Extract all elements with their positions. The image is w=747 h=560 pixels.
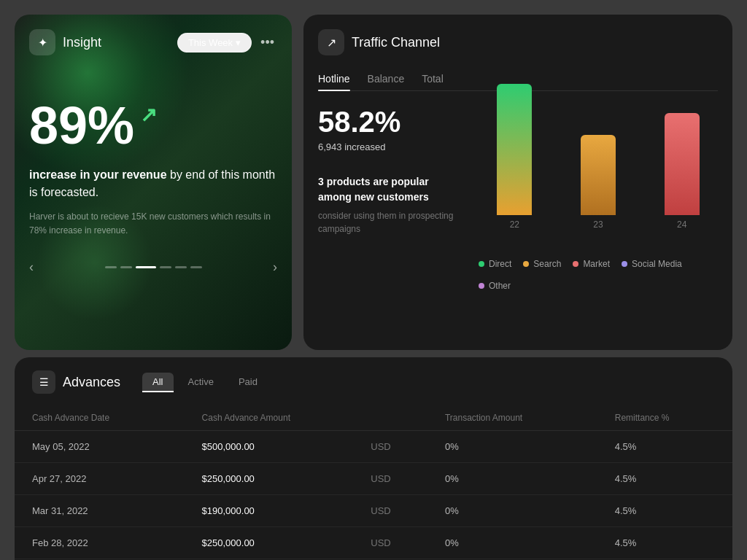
- legend-direct: Direct: [479, 259, 511, 269]
- legend-social: Social Media: [622, 259, 682, 269]
- table-row: Mar 31, 2022 $190,000.00 USD 0% 4.5%: [15, 495, 732, 527]
- traffic-stat-sub: 6,943 increased: [318, 141, 464, 152]
- insight-bold-text: increase in your revenue: [29, 168, 167, 181]
- dot-2: [120, 266, 132, 268]
- cell-date: Mar 31, 2022: [15, 495, 185, 527]
- traffic-description-sub: consider using them in prospecting campa…: [318, 209, 464, 236]
- advances-tab-all[interactable]: All: [142, 373, 173, 392]
- cell-amount: $500,000.00: [185, 431, 371, 463]
- advances-title-group: ☰ Advances All Active Paid: [32, 370, 268, 394]
- cell-remittance: 4.5%: [597, 463, 732, 495]
- table-header-row: Cash Advance Date Cash Advance Amount Tr…: [15, 405, 732, 431]
- legend-label-other: Other: [489, 281, 511, 291]
- cell-currency: USD: [371, 463, 427, 495]
- insight-sub-text: Harver is about to recieve 15K new custo…: [29, 210, 277, 238]
- carousel-next-button[interactable]: ›: [273, 260, 277, 275]
- cell-transaction: 0%: [427, 463, 597, 495]
- legend-label-social: Social Media: [632, 259, 682, 269]
- dot-6: [190, 266, 202, 268]
- cell-currency: USD: [371, 527, 427, 559]
- legend-dot-search: [523, 261, 529, 267]
- carousel-dots: [105, 266, 202, 268]
- dot-3: [136, 266, 156, 268]
- cell-remittance: 4.5%: [597, 495, 732, 527]
- legend-dot-market: [573, 261, 578, 267]
- traffic-stats: 58.2% 6,943 increased 3 products are pop…: [318, 106, 464, 291]
- trend-up-icon: ↗: [140, 105, 157, 125]
- cell-currency: USD: [371, 431, 427, 463]
- bar-label-24: 24: [677, 219, 686, 230]
- legend-dot-social: [622, 261, 627, 267]
- chart-legend: Direct Search Market Social Media: [479, 259, 718, 291]
- cell-date: Apr 27, 2022: [15, 463, 185, 495]
- insight-card-header: ✦ Insight This Week ▾ •••: [29, 29, 277, 55]
- table-row: May 05, 2022 $500,000.00 USD 0% 4.5%: [15, 431, 732, 463]
- insight-header-left: ✦ Insight: [29, 29, 101, 55]
- insight-title: Insight: [63, 35, 101, 50]
- traffic-chart: 22 23 24 Direct: [479, 106, 718, 291]
- advances-title: Advances: [63, 375, 120, 390]
- tab-hotline[interactable]: Hotline: [318, 67, 350, 90]
- bar-23: [581, 135, 616, 215]
- advances-header: ☰ Advances All Active Paid: [15, 357, 732, 394]
- col-remittance: Remittance %: [597, 405, 732, 431]
- bar-group-24: 24: [646, 113, 718, 230]
- traffic-content: 58.2% 6,943 increased 3 products are pop…: [318, 106, 718, 291]
- traffic-header: ↗ Traffic Channel: [318, 29, 718, 55]
- traffic-card: ↗ Traffic Channel Hotline Balance Total …: [303, 15, 732, 350]
- table-row: Feb 28, 2022 $250,000.00 USD 0% 4.5%: [15, 527, 732, 559]
- col-date: Cash Advance Date: [15, 405, 185, 431]
- legend-label-market: Market: [583, 259, 610, 269]
- legend-market: Market: [573, 259, 610, 269]
- legend-label-direct: Direct: [489, 259, 511, 269]
- cell-amount: $250,000.00: [185, 463, 371, 495]
- cell-currency: USD: [371, 495, 427, 527]
- cell-amount: $190,000.00: [185, 495, 371, 527]
- dot-5: [175, 266, 187, 268]
- cell-remittance: 4.5%: [597, 431, 732, 463]
- advances-section: ☰ Advances All Active Paid Cash Advance …: [15, 357, 732, 560]
- advances-tab-active[interactable]: Active: [178, 373, 224, 392]
- insight-card: ✦ Insight This Week ▾ ••• 89% ↗ increase…: [15, 15, 292, 350]
- col-currency: [371, 405, 427, 431]
- cell-date: Feb 28, 2022: [15, 527, 185, 559]
- insight-percent: 89% ↗: [29, 99, 277, 152]
- week-selector[interactable]: This Week ▾: [177, 33, 252, 52]
- insight-main-text: increase in your revenue by end of this …: [29, 166, 277, 201]
- advances-tabs: All Active Paid: [142, 373, 268, 392]
- insight-header-right: This Week ▾ •••: [177, 32, 277, 53]
- tab-balance[interactable]: Balance: [368, 67, 405, 90]
- cell-remittance: 4.5%: [597, 527, 732, 559]
- bar-group-23: 23: [562, 135, 635, 230]
- more-options-button[interactable]: •••: [258, 32, 277, 53]
- bar-label-22: 22: [510, 219, 519, 230]
- cell-transaction: 0%: [427, 495, 597, 527]
- bars-container: 22 23 24: [479, 106, 718, 252]
- traffic-big-stat: 58.2%: [318, 106, 464, 139]
- bar-24: [665, 113, 700, 215]
- cell-amount: $250,000.00: [185, 527, 371, 559]
- traffic-increased-label: increased: [344, 141, 385, 152]
- legend-dot-other: [479, 283, 484, 289]
- dot-1: [105, 266, 117, 268]
- traffic-description: 3 products are popular among new custome…: [318, 174, 464, 205]
- bar-group-22: 22: [479, 84, 551, 230]
- insight-description: increase in your revenue by end of this …: [29, 166, 277, 238]
- traffic-icon: ↗: [318, 29, 344, 55]
- legend-label-search: Search: [533, 259, 561, 269]
- tab-total[interactable]: Total: [422, 67, 444, 90]
- legend-dot-direct: [479, 261, 484, 267]
- traffic-title: Traffic Channel: [352, 35, 440, 50]
- cell-transaction: 0%: [427, 431, 597, 463]
- cell-transaction: 0%: [427, 527, 597, 559]
- insight-icon: ✦: [29, 29, 55, 55]
- advances-icon: ☰: [32, 370, 55, 394]
- cell-date: May 05, 2022: [15, 431, 185, 463]
- legend-other: Other: [479, 281, 511, 291]
- bar-22: [497, 84, 532, 215]
- table-row: Apr 27, 2022 $250,000.00 USD 0% 4.5%: [15, 463, 732, 495]
- traffic-increased-value: 6,943: [318, 141, 342, 152]
- advances-tab-paid[interactable]: Paid: [228, 373, 268, 392]
- carousel-prev-button[interactable]: ‹: [29, 260, 34, 275]
- carousel-controls: ‹ ›: [29, 260, 277, 275]
